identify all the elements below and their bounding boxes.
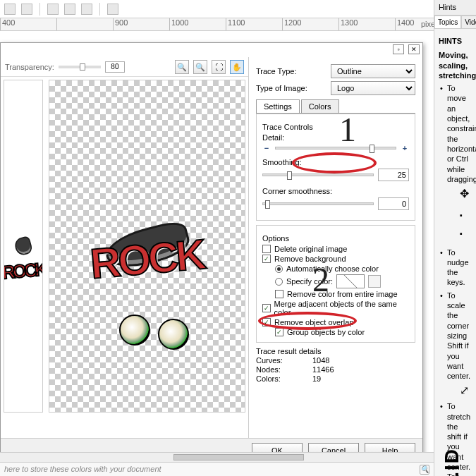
tool-icon-5[interactable] xyxy=(81,4,92,15)
zoom-icon[interactable]: 🔍 xyxy=(420,465,429,475)
colors-value: 19 xyxy=(312,374,321,383)
colors-label: Colors: xyxy=(256,374,291,383)
hints-panel: Hints Topics Video HINTS Moving, scaling… xyxy=(434,0,476,476)
close-button[interactable]: ✕ xyxy=(408,44,420,54)
separator xyxy=(99,3,100,16)
transparency-label: Transparency: xyxy=(5,63,54,71)
trace-type-label: Trace Type: xyxy=(256,67,327,75)
pan-icon[interactable]: ✋ xyxy=(230,60,244,74)
status-bar: here to store these colors with your doc… xyxy=(0,462,434,476)
ruler-tick: 1100 xyxy=(226,18,282,30)
merge-checkbox[interactable]: ✓ xyxy=(262,304,271,312)
hints-header: Hints xyxy=(434,0,476,16)
group-by-color-checkbox[interactable]: ✓ xyxy=(275,328,283,336)
merge-label: Merge adjacent objects of the same color xyxy=(274,300,409,317)
smoothing-value[interactable]: 25 xyxy=(378,169,409,181)
ruler-tick xyxy=(56,18,113,30)
transparency-value[interactable]: 80 xyxy=(105,61,125,73)
delete-original-label: Delete original image xyxy=(274,245,347,253)
ruler-tick: 400 xyxy=(0,18,56,30)
hints-subtitle: Moving, scaling, stretching xyxy=(439,51,476,80)
corner-value[interactable]: 0 xyxy=(378,197,409,210)
hint-item: To nudge the keys. xyxy=(441,248,472,288)
ruler-tick: 900 xyxy=(113,18,169,30)
corner-label: Corner smoothness: xyxy=(262,187,409,195)
zoom-in-icon[interactable]: 🔍 xyxy=(175,60,189,74)
nodes-value: 11466 xyxy=(312,365,334,374)
auto-color-label: Automatically choose color xyxy=(286,264,379,273)
remove-entire-label: Remove color from entire image xyxy=(287,290,398,298)
remove-bg-label: Remove background xyxy=(274,255,346,263)
tool-icon-6[interactable] xyxy=(107,4,118,15)
preview-traced[interactable]: ROCK xyxy=(49,80,245,413)
separator xyxy=(39,3,40,16)
smoothing-label: Smoothing: xyxy=(262,158,409,166)
detail-plus-icon[interactable]: + xyxy=(401,144,409,152)
smoothing-slider[interactable] xyxy=(262,173,374,176)
zoom-out-icon[interactable]: 🔍 xyxy=(193,60,207,74)
scale-cursor-icon: ⤢ xyxy=(460,384,472,398)
image-type-label: Type of Image: xyxy=(256,84,327,92)
status-hint: here to store these colors with your doc… xyxy=(4,465,161,474)
detail-label: Detail: xyxy=(262,133,409,142)
tool-icon-4[interactable] xyxy=(64,4,75,15)
corner-slider[interactable] xyxy=(262,202,374,205)
tab-topics[interactable]: Topics xyxy=(434,16,461,28)
horizontal-ruler: 400 900 1000 1100 1200 1300 1400 1500 pi… xyxy=(0,18,476,31)
ruler-tick: 1300 xyxy=(338,18,395,30)
result-label: Trace result details xyxy=(256,347,415,355)
move-cursor-icon: ✥ xyxy=(460,187,472,202)
curves-value: 1048 xyxy=(312,356,329,365)
auto-color-radio[interactable] xyxy=(275,265,283,273)
eyedropper-icon[interactable] xyxy=(368,275,381,288)
detail-slider[interactable] xyxy=(275,147,396,149)
remove-overlap-label: Remove object overlap xyxy=(274,318,354,327)
image-type-select[interactable]: Logo xyxy=(331,81,415,95)
tab-settings[interactable]: Settings xyxy=(256,99,300,113)
app-toolbar xyxy=(0,0,476,18)
specify-color-radio[interactable] xyxy=(275,278,283,286)
preview-original[interactable]: ROCK xyxy=(4,80,43,413)
tool-icon-1[interactable] xyxy=(4,4,16,15)
group-by-color-label: Group objects by color xyxy=(287,328,365,336)
tool-icon-2[interactable] xyxy=(21,4,32,15)
hints-title: HINTS xyxy=(439,36,472,46)
tab-colors[interactable]: Colors xyxy=(301,99,339,113)
nodes-label: Nodes: xyxy=(256,365,291,374)
trace-controls-label: Trace Controls xyxy=(262,123,409,131)
hint-item: To move an object, constrain the horizon… xyxy=(441,83,472,184)
fit-icon[interactable]: ⛶ xyxy=(212,60,226,74)
color-swatch[interactable] xyxy=(336,274,365,288)
horizontal-scrollbar[interactable] xyxy=(0,452,434,462)
minimize-button[interactable]: ▫ xyxy=(393,44,404,54)
options-label: Options xyxy=(262,234,409,243)
watermark: SABLON.WEB.ID xyxy=(441,448,463,476)
trace-dialog: ▫ ✕ Transparency: 80 🔍 🔍 ⛶ ✋ ROCK xyxy=(0,42,423,465)
ruler-tick: 1000 xyxy=(169,18,226,30)
remove-bg-checkbox[interactable]: ✓ xyxy=(262,255,271,263)
specify-color-label: Specify color: xyxy=(286,277,333,286)
trace-type-select[interactable]: Outline xyxy=(331,64,415,78)
detail-minus-icon[interactable]: − xyxy=(262,144,271,152)
tab-videos[interactable]: Video xyxy=(461,16,476,28)
hint-item: To scale the corner sizing Shift if you … xyxy=(441,291,472,382)
curves-label: Curves: xyxy=(256,356,291,365)
transparency-slider[interactable] xyxy=(59,66,101,68)
remove-entire-checkbox[interactable] xyxy=(275,290,283,298)
ruler-tick: 1200 xyxy=(282,18,338,30)
remove-overlap-checkbox[interactable]: ✓ xyxy=(262,318,271,327)
tool-icon-3[interactable] xyxy=(47,4,59,15)
delete-original-checkbox[interactable] xyxy=(262,245,271,253)
